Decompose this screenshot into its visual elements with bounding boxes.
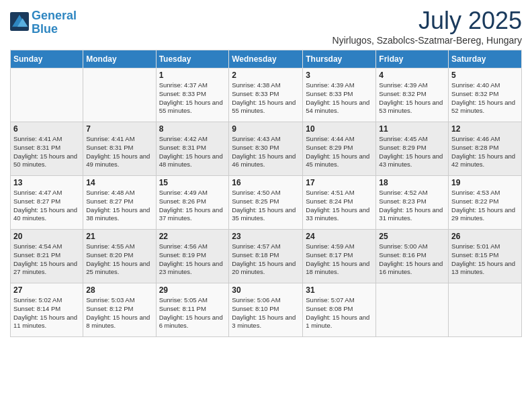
month-title: July 2025 xyxy=(332,7,522,35)
calendar-cell: 4Sunrise: 4:39 AMSunset: 8:32 PMDaylight… xyxy=(376,68,449,122)
calendar-cell: 26Sunrise: 5:01 AMSunset: 8:15 PMDayligh… xyxy=(449,230,522,283)
day-number: 5 xyxy=(451,71,519,80)
day-number: 26 xyxy=(451,232,519,241)
calendar-cell: 7Sunrise: 4:41 AMSunset: 8:31 PMDaylight… xyxy=(83,122,156,176)
cell-content: Sunrise: 5:03 AMSunset: 8:12 PMDaylight:… xyxy=(86,296,152,330)
calendar-cell xyxy=(11,68,83,122)
cell-content: Sunrise: 4:44 AMSunset: 8:29 PMDaylight:… xyxy=(306,135,373,169)
cell-content: Sunrise: 4:51 AMSunset: 8:24 PMDaylight:… xyxy=(306,189,373,223)
header-saturday: Saturday xyxy=(449,50,522,68)
day-number: 15 xyxy=(159,178,226,187)
calendar-cell: 10Sunrise: 4:44 AMSunset: 8:29 PMDayligh… xyxy=(303,122,376,176)
logo: General Blue xyxy=(10,9,77,36)
calendar-header-row: SundayMondayTuesdayWednesdayThursdayFrid… xyxy=(11,50,522,68)
calendar-cell: 13Sunrise: 4:47 AMSunset: 8:27 PMDayligh… xyxy=(11,176,83,230)
day-number: 1 xyxy=(159,71,226,80)
calendar-cell: 24Sunrise: 4:59 AMSunset: 8:17 PMDayligh… xyxy=(303,230,376,283)
calendar-cell: 1Sunrise: 4:37 AMSunset: 8:33 PMDaylight… xyxy=(156,68,229,122)
calendar-cell: 15Sunrise: 4:49 AMSunset: 8:26 PMDayligh… xyxy=(156,176,229,230)
calendar-cell: 30Sunrise: 5:06 AMSunset: 8:10 PMDayligh… xyxy=(229,283,303,337)
title-section: July 2025 Nyirlugos, Szabolcs-Szatmar-Be… xyxy=(332,7,522,46)
calendar-cell: 11Sunrise: 4:45 AMSunset: 8:29 PMDayligh… xyxy=(376,122,449,176)
cell-content: Sunrise: 4:55 AMSunset: 8:20 PMDaylight:… xyxy=(86,242,152,277)
cell-content: Sunrise: 4:37 AMSunset: 8:33 PMDaylight:… xyxy=(159,81,226,116)
calendar-cell: 21Sunrise: 4:55 AMSunset: 8:20 PMDayligh… xyxy=(83,230,156,283)
cell-content: Sunrise: 4:56 AMSunset: 8:19 PMDaylight:… xyxy=(159,242,226,277)
day-number: 8 xyxy=(159,124,226,134)
cell-content: Sunrise: 4:54 AMSunset: 8:21 PMDaylight:… xyxy=(13,242,80,277)
cell-content: Sunrise: 5:00 AMSunset: 8:16 PMDaylight:… xyxy=(379,242,445,277)
cell-content: Sunrise: 4:49 AMSunset: 8:26 PMDaylight:… xyxy=(159,189,226,223)
cell-content: Sunrise: 4:48 AMSunset: 8:27 PMDaylight:… xyxy=(86,189,152,223)
cell-content: Sunrise: 5:01 AMSunset: 8:15 PMDaylight:… xyxy=(451,242,519,277)
cell-content: Sunrise: 4:52 AMSunset: 8:23 PMDaylight:… xyxy=(379,189,445,223)
calendar-cell: 5Sunrise: 4:40 AMSunset: 8:32 PMDaylight… xyxy=(449,68,522,122)
header-tuesday: Tuesday xyxy=(156,50,229,68)
cell-content: Sunrise: 4:38 AMSunset: 8:33 PMDaylight:… xyxy=(232,81,300,116)
cell-content: Sunrise: 5:05 AMSunset: 8:11 PMDaylight:… xyxy=(159,296,226,330)
calendar-cell: 12Sunrise: 4:46 AMSunset: 8:28 PMDayligh… xyxy=(449,122,522,176)
calendar-cell xyxy=(449,283,522,337)
day-number: 31 xyxy=(306,285,373,295)
day-number: 25 xyxy=(379,232,445,241)
day-number: 29 xyxy=(159,285,226,295)
cell-content: Sunrise: 4:42 AMSunset: 8:31 PMDaylight:… xyxy=(159,135,226,169)
logo-line1: General xyxy=(32,9,77,22)
calendar-cell: 6Sunrise: 4:41 AMSunset: 8:31 PMDaylight… xyxy=(11,122,83,176)
day-number: 11 xyxy=(379,124,445,134)
calendar-cell: 2Sunrise: 4:38 AMSunset: 8:33 PMDaylight… xyxy=(229,68,303,122)
day-number: 28 xyxy=(86,285,152,295)
cell-content: Sunrise: 4:59 AMSunset: 8:17 PMDaylight:… xyxy=(306,242,373,277)
location: Nyirlugos, Szabolcs-Szatmar-Bereg, Hunga… xyxy=(332,35,522,46)
calendar-cell: 20Sunrise: 4:54 AMSunset: 8:21 PMDayligh… xyxy=(11,230,83,283)
calendar-cell: 18Sunrise: 4:52 AMSunset: 8:23 PMDayligh… xyxy=(376,176,449,230)
calendar-week-row: 20Sunrise: 4:54 AMSunset: 8:21 PMDayligh… xyxy=(11,230,522,283)
cell-content: Sunrise: 4:50 AMSunset: 8:25 PMDaylight:… xyxy=(232,189,300,223)
day-number: 12 xyxy=(451,124,519,134)
calendar-cell: 23Sunrise: 4:57 AMSunset: 8:18 PMDayligh… xyxy=(229,230,303,283)
calendar-cell: 3Sunrise: 4:39 AMSunset: 8:33 PMDaylight… xyxy=(303,68,376,122)
day-number: 19 xyxy=(451,178,519,187)
calendar-cell: 31Sunrise: 5:07 AMSunset: 8:08 PMDayligh… xyxy=(303,283,376,337)
calendar-week-row: 1Sunrise: 4:37 AMSunset: 8:33 PMDaylight… xyxy=(11,68,522,122)
logo-icon xyxy=(10,12,29,31)
calendar-cell xyxy=(376,283,449,337)
header-wednesday: Wednesday xyxy=(229,50,303,68)
cell-content: Sunrise: 4:41 AMSunset: 8:31 PMDaylight:… xyxy=(13,135,80,169)
day-number: 20 xyxy=(13,232,80,241)
day-number: 18 xyxy=(379,178,445,187)
cell-content: Sunrise: 4:41 AMSunset: 8:31 PMDaylight:… xyxy=(86,135,152,169)
cell-content: Sunrise: 4:40 AMSunset: 8:32 PMDaylight:… xyxy=(451,81,519,116)
calendar-week-row: 13Sunrise: 4:47 AMSunset: 8:27 PMDayligh… xyxy=(11,176,522,230)
cell-content: Sunrise: 4:46 AMSunset: 8:28 PMDaylight:… xyxy=(451,135,519,169)
day-number: 30 xyxy=(232,285,300,295)
day-number: 21 xyxy=(86,232,152,241)
day-number: 27 xyxy=(13,285,80,295)
calendar-cell: 19Sunrise: 4:53 AMSunset: 8:22 PMDayligh… xyxy=(449,176,522,230)
day-number: 24 xyxy=(306,232,373,241)
day-number: 13 xyxy=(13,178,80,187)
cell-content: Sunrise: 4:57 AMSunset: 8:18 PMDaylight:… xyxy=(232,242,300,277)
calendar-cell: 25Sunrise: 5:00 AMSunset: 8:16 PMDayligh… xyxy=(376,230,449,283)
calendar-cell: 14Sunrise: 4:48 AMSunset: 8:27 PMDayligh… xyxy=(83,176,156,230)
cell-content: Sunrise: 4:39 AMSunset: 8:33 PMDaylight:… xyxy=(306,81,373,116)
cell-content: Sunrise: 4:43 AMSunset: 8:30 PMDaylight:… xyxy=(232,135,300,169)
calendar-week-row: 27Sunrise: 5:02 AMSunset: 8:14 PMDayligh… xyxy=(11,283,522,337)
day-number: 9 xyxy=(232,124,300,134)
day-number: 2 xyxy=(232,71,300,80)
calendar-cell: 22Sunrise: 4:56 AMSunset: 8:19 PMDayligh… xyxy=(156,230,229,283)
calendar-cell: 8Sunrise: 4:42 AMSunset: 8:31 PMDaylight… xyxy=(156,122,229,176)
day-number: 3 xyxy=(306,71,373,80)
logo-line2: Blue xyxy=(32,22,58,36)
header-monday: Monday xyxy=(83,50,156,68)
cell-content: Sunrise: 5:02 AMSunset: 8:14 PMDaylight:… xyxy=(13,296,80,330)
day-number: 4 xyxy=(379,71,445,80)
cell-content: Sunrise: 4:53 AMSunset: 8:22 PMDaylight:… xyxy=(451,189,519,223)
calendar-cell: 17Sunrise: 4:51 AMSunset: 8:24 PMDayligh… xyxy=(303,176,376,230)
cell-content: Sunrise: 5:07 AMSunset: 8:08 PMDaylight:… xyxy=(306,296,373,330)
day-number: 22 xyxy=(159,232,226,241)
calendar-week-row: 6Sunrise: 4:41 AMSunset: 8:31 PMDaylight… xyxy=(11,122,522,176)
cell-content: Sunrise: 4:47 AMSunset: 8:27 PMDaylight:… xyxy=(13,189,80,223)
header-sunday: Sunday xyxy=(11,50,83,68)
day-number: 16 xyxy=(232,178,300,187)
